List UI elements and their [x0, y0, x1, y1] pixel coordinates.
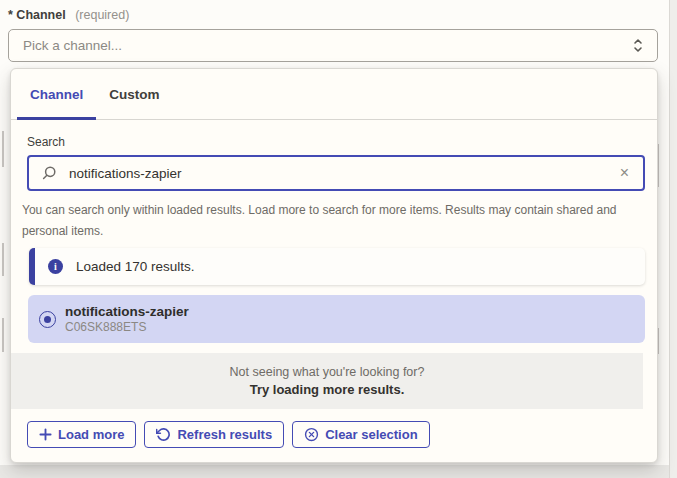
search-label: Search: [27, 135, 65, 149]
background-field-edge: [2, 131, 4, 167]
dropdown-tabs: Channel Custom: [11, 69, 657, 120]
chevron-up-down-icon: [631, 37, 645, 54]
refresh-results-button[interactable]: Refresh results: [144, 421, 284, 448]
page-scrollbar-gutter[interactable]: [669, 0, 677, 478]
required-asterisk: *: [8, 8, 13, 22]
search-input[interactable]: [67, 165, 616, 182]
background-field-edge: [2, 243, 4, 276]
load-more-button[interactable]: Load more: [27, 421, 136, 448]
radio-selected-icon: [39, 311, 56, 328]
channel-field-label: * Channel (required): [8, 8, 129, 22]
load-more-hint: Not seeing what you're looking for? Try …: [11, 353, 643, 409]
loaded-results-alert: i Loaded 170 results.: [29, 248, 645, 285]
tab-channel[interactable]: Channel: [17, 69, 96, 119]
clear-selection-button[interactable]: Clear selection: [292, 421, 430, 448]
channel-dropdown-panel: Channel Custom Search × You can search o…: [10, 68, 658, 463]
clear-circle-icon: [304, 427, 319, 442]
required-note: (required): [75, 8, 129, 22]
tab-custom[interactable]: Custom: [96, 69, 172, 119]
search-box: ×: [27, 155, 645, 191]
refresh-ccw-icon: [156, 427, 171, 442]
background-field-edge: [2, 318, 4, 352]
alert-text: Loaded 170 results.: [76, 259, 195, 274]
field-label-text: * Channel: [8, 8, 66, 22]
result-text: notifications-zapier C06SK888ETS: [65, 304, 189, 335]
channel-select[interactable]: Pick a channel...: [8, 29, 658, 62]
result-title: notifications-zapier: [65, 304, 189, 320]
select-placeholder: Pick a channel...: [23, 38, 122, 53]
page-bottom-band: [0, 465, 677, 478]
plus-icon: [39, 428, 52, 441]
result-row-notifications-zapier[interactable]: notifications-zapier C06SK888ETS: [28, 295, 645, 343]
hint-question: Not seeing what you're looking for?: [230, 363, 425, 381]
info-icon: i: [48, 259, 63, 274]
search-icon: [41, 165, 57, 181]
search-help-text: You can search only within loaded result…: [22, 200, 647, 242]
result-id: C06SK888ETS: [65, 320, 189, 335]
hint-action: Try loading more results.: [250, 381, 405, 399]
clear-search-icon[interactable]: ×: [616, 163, 633, 183]
dropdown-footer: Load more Refresh results Clear selectio…: [27, 421, 430, 448]
